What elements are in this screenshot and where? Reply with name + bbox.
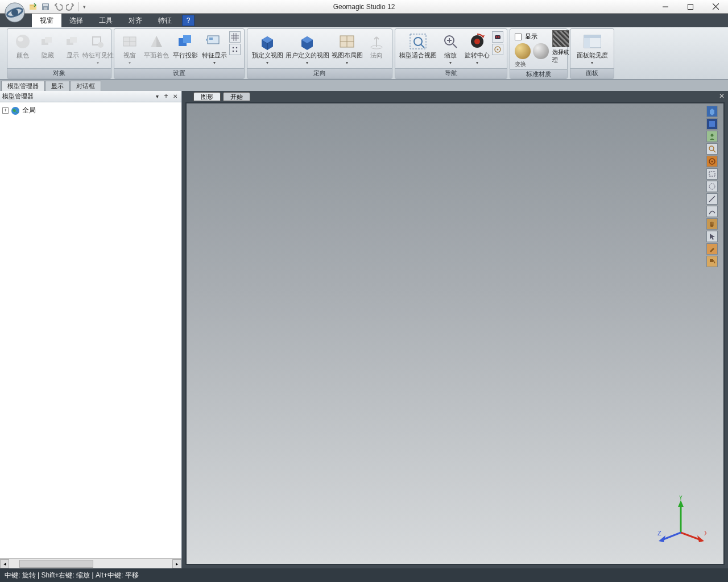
rtool-circle[interactable] [706,181,718,192]
grid-toggle[interactable] [229,31,241,43]
scroll-thumb[interactable] [19,560,93,568]
tab-display[interactable]: 显示 [45,81,70,91]
normal-button[interactable]: 法向 [365,31,388,60]
tab-select[interactable]: 选择 [61,14,91,27]
panel-dropdown-button[interactable]: ▾ [153,93,161,101]
model-tree[interactable]: + 全局 [0,102,181,558]
tab-viewport[interactable]: 视窗 [32,14,61,27]
svg-point-27 [236,47,238,49]
svg-line-60 [709,196,715,202]
parallel-icon [176,32,195,51]
rtool-select[interactable] [706,231,718,242]
panel-hscrollbar[interactable]: ◂ ▸ [0,558,181,568]
sphere-icon [14,32,32,51]
rtool-target[interactable] [706,156,718,167]
rtool-paint[interactable] [706,256,718,267]
record-toggle[interactable] [492,31,503,43]
chevron-down-icon: ▾ [97,60,99,65]
rtool-rect[interactable] [706,168,718,180]
tab-features[interactable]: 特征 [150,14,180,27]
user-view-button[interactable]: 用户定义的视图▾ [285,31,329,66]
panel-visibility-button[interactable]: 面板能见度▾ [574,31,610,66]
rtool-line[interactable] [706,193,718,205]
svg-point-2 [11,9,18,16]
feature-display-button[interactable]: 特征显示▾ [200,31,228,66]
hide-button[interactable]: 隐藏 [36,31,60,60]
app-menu-button[interactable] [3,1,26,24]
svg-rect-24 [209,38,213,40]
svg-rect-22 [183,35,191,43]
points-toggle[interactable] [229,44,241,55]
rtool-search[interactable] [706,143,718,155]
svg-point-35 [414,38,422,45]
svg-rect-49 [584,35,601,38]
qat-redo-icon[interactable] [66,2,75,11]
zoom-icon [441,32,460,51]
target-toggle[interactable] [492,44,503,55]
layout-icon [338,32,356,51]
window-title: Geomagic Studio 12 [333,3,395,11]
ribbon: 颜色 隐藏 显示 特征可见性▾ 对象 视窗▾ 平面着色 平行投影 特征显示▾ 设… [0,27,728,80]
qat-dropdown-icon[interactable]: ▾ [78,2,88,11]
tab-model-manager[interactable]: 模型管理器 [1,81,45,91]
feature-visibility-button[interactable]: 特征可见性▾ [86,31,110,66]
tree-expand-button[interactable]: + [2,107,9,114]
minimize-button[interactable] [653,0,678,14]
qat-open-icon[interactable] [28,2,38,11]
viewport-close-button[interactable]: ✕ [715,92,728,102]
rtool-hand[interactable] [706,218,718,230]
ribbon-group-material: 显示 变换 选择纹理 标准材质 [510,28,568,79]
close-button[interactable] [703,0,728,14]
show-button[interactable]: 显示 [61,31,85,60]
ribbon-group-nav: 模型适合视图 缩放▾ 旋转中心▾ 导航 [395,28,507,79]
help-button[interactable]: ? [182,15,195,26]
qat-undo-icon[interactable] [53,2,63,11]
svg-point-10 [16,35,30,48]
scroll-left-arrow[interactable]: ◂ [0,559,9,568]
svg-rect-52 [709,121,715,127]
fit-view-button[interactable]: 模型适合视图 [399,31,437,60]
rtool-curve[interactable] [706,206,718,217]
rtool-cube[interactable] [706,106,718,117]
panel-title: 模型管理器 [2,92,34,101]
qat-save-icon[interactable] [41,2,50,11]
viewport-tab-start[interactable]: 开始 [223,92,250,101]
svg-rect-58 [709,172,715,176]
material-gold[interactable] [515,43,531,59]
rtool-screen[interactable] [706,118,718,130]
axis-x-label: X [704,530,706,537]
panel-pin-button[interactable] [162,93,170,101]
texture-swatch[interactable] [552,30,569,47]
svg-point-54 [709,146,714,151]
group-label-settings: 设置 [114,68,244,78]
rtool-brush[interactable] [706,243,718,255]
rtool-user[interactable] [706,131,718,142]
tab-dialog[interactable]: 对话框 [70,81,101,91]
svg-point-25 [206,39,207,41]
left-panel-tabs: 模型管理器 显示 对话框 [0,80,728,91]
predef-view-button[interactable]: 预定义视图▾ [251,31,284,66]
material-gray[interactable] [533,43,549,59]
scroll-right-arrow[interactable]: ▸ [172,559,181,568]
axis-z-label: Z [657,530,661,537]
parallel-proj-button[interactable]: 平行投影 [172,31,200,60]
flat-shade-button[interactable]: 平面着色 [143,31,171,60]
svg-point-42 [474,39,480,44]
viewport-tab-graphics[interactable]: 图形 [193,92,221,101]
rotate-center-button[interactable]: 旋转中心▾ [464,31,491,66]
3d-viewport[interactable]: Y X Z [185,102,725,565]
maximize-button[interactable] [678,0,703,14]
panel-close-button[interactable]: ✕ [171,93,179,101]
view-layout-button[interactable]: 视图布局图▾ [330,31,363,66]
globe-icon [11,106,20,115]
material-show-checkbox[interactable] [515,34,522,40]
tab-tools[interactable]: 工具 [91,14,121,27]
color-button[interactable]: 颜色 [11,31,35,60]
viewport-button[interactable]: 视窗▾ [118,31,142,66]
tree-row-global[interactable]: + 全局 [2,105,179,117]
zoom-button[interactable]: 缩放▾ [439,31,462,66]
tab-align[interactable]: 对齐 [121,14,150,27]
group-label-object: 对象 [7,68,111,78]
main-area: 模型管理器 ▾ ✕ + 全局 ◂ ▸ 图形 开始 ✕ [0,91,728,568]
axis-gizmo[interactable]: Y X Z [655,496,706,547]
